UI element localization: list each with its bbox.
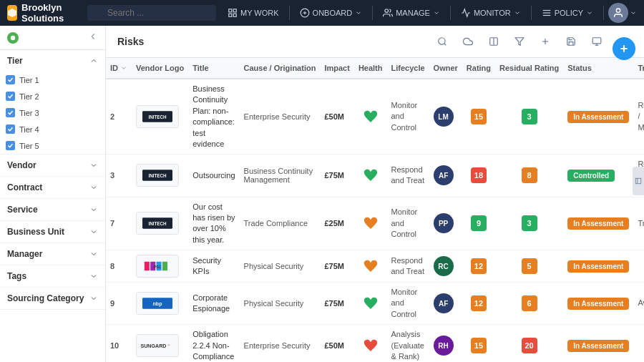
svg-rect-5 bbox=[229, 14, 232, 16]
sidebar-item-tier2[interactable]: Tier 2 bbox=[0, 88, 105, 104]
top-nav: Brooklyn Solutions MY WORK ONBOARD MANAG… bbox=[0, 0, 644, 26]
sidebar-tier-header[interactable]: Tier bbox=[0, 50, 105, 72]
sidebar-contract-header[interactable]: Contract bbox=[0, 177, 105, 198]
table-row[interactable]: 7 INITECH Our cost has risen by over 10%… bbox=[106, 197, 644, 250]
col-owner[interactable]: Owner bbox=[429, 58, 462, 79]
toolbar-save2-button[interactable] bbox=[587, 31, 607, 52]
toolbar-filter-button[interactable] bbox=[509, 31, 530, 52]
search-icon-toolbar bbox=[437, 36, 447, 47]
contract-label: Contract bbox=[7, 182, 42, 192]
cell-rating: 15 bbox=[462, 325, 495, 362]
col-title[interactable]: Title bbox=[188, 58, 239, 79]
risks-table-container: ID Vendor Logo Title Cause / Origination… bbox=[106, 58, 644, 362]
cell-health bbox=[354, 325, 387, 362]
search-input[interactable] bbox=[87, 5, 216, 21]
nav-item-mywork[interactable]: MY WORK bbox=[222, 0, 285, 26]
search-wrapper bbox=[87, 5, 216, 21]
cell-lifecycle: Monitor and Control bbox=[387, 283, 429, 325]
svg-rect-40 bbox=[162, 262, 167, 271]
sidebar-vendor-header[interactable]: Vendor bbox=[0, 155, 105, 176]
save2-icon bbox=[592, 36, 602, 47]
cell-treatment: Transfer bbox=[633, 197, 644, 250]
sourcing-label: Sourcing Category bbox=[7, 293, 84, 303]
table-row[interactable]: 9 nbp Corporate Espionage Physical Secur… bbox=[106, 283, 644, 325]
col-treatment[interactable]: Treatment bbox=[633, 58, 644, 79]
nav-item-monitor[interactable]: MONITOR bbox=[455, 0, 527, 26]
logo-icon bbox=[7, 5, 17, 21]
nav-mywork-label: MY WORK bbox=[240, 9, 279, 17]
cell-status: In Assessment bbox=[563, 283, 633, 325]
cell-status: In Assessment bbox=[563, 325, 633, 362]
cell-cause: Business Continuity Management bbox=[240, 155, 321, 197]
sidebar-bu-header[interactable]: Business Unit bbox=[0, 221, 105, 243]
sidebar-sourcing-header[interactable]: Sourcing Category bbox=[0, 288, 105, 309]
tier1-checkbox[interactable] bbox=[6, 75, 15, 84]
col-lifecycle[interactable]: Lifecycle bbox=[387, 58, 429, 79]
cell-owner: PP bbox=[429, 197, 462, 250]
cell-lifecycle: Analysis (Evaluate & Rank) bbox=[387, 325, 429, 362]
cell-lifecycle: Respond and Treat bbox=[387, 250, 429, 283]
cell-rating: 12 bbox=[462, 250, 495, 283]
table-row[interactable]: 3 INITECH Outsourcing Business Continuit… bbox=[106, 155, 644, 197]
col-cause[interactable]: Cause / Origination bbox=[240, 58, 321, 79]
sidebar-tags-header[interactable]: Tags bbox=[0, 265, 105, 287]
col-rating[interactable]: Rating bbox=[462, 58, 495, 79]
cell-impact: £50M bbox=[320, 325, 353, 362]
status-indicator bbox=[7, 32, 19, 44]
nav-item-onboard[interactable]: ONBOARD bbox=[294, 0, 369, 26]
col-status[interactable]: Status bbox=[563, 58, 633, 79]
cell-status: In Assessment bbox=[563, 197, 633, 250]
toolbar-save-button[interactable] bbox=[561, 31, 581, 52]
nav-item-manage[interactable]: MANAGE bbox=[377, 0, 446, 26]
toolbar-search-button[interactable] bbox=[432, 31, 452, 52]
col-residual[interactable]: Residual Rating bbox=[495, 58, 563, 79]
main-content: Risks bbox=[106, 26, 644, 362]
svg-point-17 bbox=[11, 35, 15, 39]
sidebar-manager-header[interactable]: Manager bbox=[0, 243, 105, 265]
col-id[interactable]: ID bbox=[106, 58, 132, 79]
right-panel-button[interactable] bbox=[633, 167, 644, 195]
cell-lifecycle: Monitor and Control bbox=[387, 79, 429, 155]
sidebar-section-sourcing: Sourcing Category bbox=[0, 288, 105, 310]
cell-health bbox=[354, 197, 387, 250]
cell-cause: Enterprise Security bbox=[240, 79, 321, 155]
table-row[interactable]: 10 SUNGARD ® Obligation 2.2.4 Non-Compli… bbox=[106, 325, 644, 362]
toolbar-columns-button[interactable] bbox=[484, 31, 504, 52]
table-header-row: ID Vendor Logo Title Cause / Origination… bbox=[106, 58, 644, 79]
cell-status: In Assessment bbox=[563, 79, 633, 155]
sidebar-item-tier3[interactable]: Tier 3 bbox=[0, 104, 105, 121]
fab-add-button[interactable] bbox=[613, 37, 635, 60]
avatar[interactable] bbox=[608, 3, 628, 23]
cell-vendor-logo: PSC bbox=[132, 250, 188, 283]
table-row[interactable]: 2 INITECH Business Continuity Plan: non-… bbox=[106, 79, 644, 155]
svg-rect-3 bbox=[229, 9, 232, 12]
sidebar-item-tier5[interactable]: Tier 5 bbox=[0, 137, 105, 154]
sidebar-item-tier1[interactable]: Tier 1 bbox=[0, 72, 105, 88]
col-health[interactable]: Health bbox=[354, 58, 387, 79]
chevron-down-icon-service bbox=[89, 205, 98, 214]
app-logo[interactable]: Brooklyn Solutions bbox=[7, 2, 76, 24]
sidebar-collapse-button[interactable] bbox=[88, 31, 98, 44]
sidebar-service-header[interactable]: Service bbox=[0, 199, 105, 220]
nav-item-policy[interactable]: POLICY bbox=[536, 0, 599, 26]
tier3-checkbox[interactable] bbox=[6, 108, 15, 117]
nav-monitor-label: MONITOR bbox=[474, 9, 511, 17]
tier5-label: Tier 5 bbox=[19, 142, 39, 150]
cell-title: Corporate Espionage bbox=[188, 283, 239, 325]
sidebar-item-tier4[interactable]: Tier 4 bbox=[0, 121, 105, 137]
plus-icon-toolbar bbox=[540, 36, 550, 47]
svg-point-18 bbox=[439, 38, 445, 44]
cell-residual: 3 bbox=[495, 79, 563, 155]
svg-point-10 bbox=[385, 9, 389, 13]
toolbar-add-button[interactable] bbox=[535, 31, 555, 52]
col-impact[interactable]: Impact bbox=[320, 58, 353, 79]
sidebar-top bbox=[0, 26, 105, 50]
svg-rect-25 bbox=[592, 38, 601, 44]
tier5-checkbox[interactable] bbox=[6, 141, 15, 150]
tier4-checkbox[interactable] bbox=[6, 124, 15, 134]
chevron-down-icon-avatar[interactable] bbox=[630, 9, 637, 16]
tier2-checkbox[interactable] bbox=[6, 92, 15, 101]
toolbar-cloud-button[interactable] bbox=[458, 31, 478, 52]
table-row[interactable]: 8 PSC Security KPIs Physical Security £7… bbox=[106, 250, 644, 283]
cell-title: Outsourcing bbox=[188, 155, 239, 197]
